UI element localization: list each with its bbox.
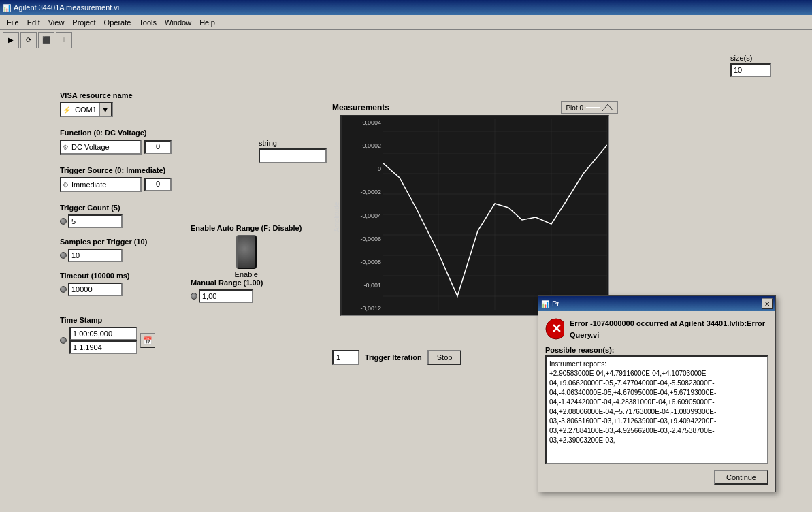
string-label: string [259, 139, 327, 147]
menu-operate[interactable]: Operate [100, 17, 135, 28]
main-content: size(s) 10 VISA resource name ⚡ COM1 ▼ F… [0, 50, 812, 512]
y-label-5: -0,0004 [342, 212, 381, 219]
timeout-group: Timeout (10000 ms) [60, 272, 130, 296]
size-input[interactable]: 10 [730, 63, 771, 77]
trigger-source-label: Trigger Source (0: Immediate) [60, 166, 172, 174]
title-bar-icon: 📊 [3, 4, 11, 12]
possible-reasons-label: Possible reason(s): [545, 346, 768, 354]
error-title-text: Error -1074000000 occurred at Agilent 34… [570, 318, 768, 340]
y-label-9: -0,0012 [342, 305, 381, 312]
trigger-count-label: Trigger Count (5) [60, 204, 123, 212]
toggle-label: Enable [235, 270, 258, 278]
possible-reasons-text: Instrument reports: +2.90583000E-04,+4.7… [545, 355, 768, 464]
trigger-count-input[interactable] [68, 214, 123, 228]
visa-resource-label: VISA resource name [60, 91, 133, 99]
continue-button[interactable]: Continue [714, 470, 768, 485]
function-dropdown-value: DC Voltage [70, 143, 111, 151]
reasons-content: Instrument reports: +2.90583000E-04,+4.7… [549, 360, 716, 444]
auto-range-label: Enable Auto Range (F: Disable) [191, 224, 302, 232]
pause-button[interactable]: ⏸ [56, 32, 72, 48]
y-label-1: 0,0004 [342, 119, 381, 126]
menu-help[interactable]: Help [195, 17, 219, 28]
function-label: Function (0: DC Voltage) [60, 129, 172, 137]
timestamp-label: Time Stamp [60, 316, 155, 324]
title-bar: 📊 Agilent 34401A measurement.vi [0, 0, 812, 15]
plot-legend-icon [602, 103, 613, 112]
svg-text:✕: ✕ [551, 322, 562, 336]
y-label-6: -0,0006 [342, 236, 381, 242]
menu-project[interactable]: Project [68, 17, 99, 28]
run-button[interactable]: ▶ [3, 32, 19, 48]
menu-tools[interactable]: Tools [135, 17, 161, 28]
function-group: Function (0: DC Voltage) ⚙ DC Voltage 0 [60, 129, 172, 155]
plot-label: Plot 0 [566, 104, 583, 112]
trigger-count-group: Trigger Count (5) [60, 204, 123, 228]
visa-resource-group: VISA resource name ⚡ COM1 ▼ [60, 91, 133, 117]
dialog-title-content: 📊 Pr [541, 300, 559, 308]
y-label-4: -0,0002 [342, 189, 381, 195]
auto-range-group: Enable Auto Range (F: Disable) Enable [191, 224, 302, 278]
timeout-knob [60, 286, 67, 293]
y-label-7: -0,0008 [342, 259, 381, 266]
chart-svg [383, 119, 607, 310]
dialog-icon: 📊 [541, 300, 549, 308]
dialog-title-label: Pr [552, 300, 559, 308]
trigger-source-indicator: 0 [144, 178, 172, 191]
error-dialog: 📊 Pr ✕ ✕ Error -1074000000 occurred at A… [538, 295, 776, 492]
title-bar-title: Agilent 34401A measurement.vi [14, 3, 119, 12]
y-label-2: 0,0002 [342, 142, 381, 149]
y-axis-labels: 0,0004 0,0002 0 -0,0002 -0,0004 -0,0006 … [342, 116, 383, 315]
samples-knob [60, 252, 67, 259]
trigger-iteration-row: 1 Trigger Iteration Stop [332, 350, 461, 365]
measurements-title: Measurements [332, 103, 389, 112]
trigger-source-value: Immediate [70, 180, 108, 189]
visa-dropdown-btn[interactable]: ▼ [99, 103, 112, 116]
samples-per-trigger-label: Samples per Trigger (10) [60, 238, 147, 246]
visa-dropdown-wrapper: ⚡ COM1 ▼ [60, 102, 133, 117]
menu-view[interactable]: View [44, 17, 69, 28]
visa-value: COM1 [72, 106, 99, 114]
trigger-iteration-label: Trigger Iteration [365, 353, 422, 362]
timestamp-date[interactable] [69, 340, 137, 354]
timestamp-knob [60, 337, 67, 344]
dialog-footer: Continue [545, 470, 768, 485]
chart-area: 0,0004 0,0002 0 -0,0002 -0,0004 -0,0006 … [340, 115, 618, 325]
calendar-icon[interactable]: 📅 [140, 333, 155, 348]
trigger-source-group: Trigger Source (0: Immediate) ⚙ Immediat… [60, 166, 172, 192]
stop-button[interactable]: Stop [427, 350, 462, 365]
menu-edit[interactable]: Edit [23, 17, 44, 28]
string-input[interactable] [259, 148, 327, 163]
timestamp-group: Time Stamp 📅 [60, 316, 155, 354]
plot-toolbar: Measurements Plot 0 [332, 101, 618, 114]
timestamp-time[interactable] [69, 327, 137, 340]
menu-file[interactable]: File [3, 17, 23, 28]
trigger-count-knob [60, 218, 67, 225]
size-label: size(s) [730, 54, 771, 62]
function-indicator: 0 [144, 140, 172, 154]
plot-legend-line [586, 107, 600, 108]
dialog-body: ✕ Error -1074000000 occurred at Agilent … [538, 311, 775, 492]
error-header: ✕ Error -1074000000 occurred at Agilent … [545, 318, 768, 340]
size-control-group: size(s) 10 [730, 54, 771, 77]
y-label-3: 0 [342, 165, 381, 172]
chart-wrapper: Amplitude 0,0004 0,0002 0 -0,0002 -0,000… [332, 115, 618, 325]
toggle-switch[interactable] [236, 235, 257, 269]
menu-window[interactable]: Window [161, 17, 195, 28]
menu-bar: File Edit View Project Operate Tools Win… [0, 15, 812, 30]
manual-range-knob [191, 293, 197, 300]
y-label-8: -0,001 [342, 282, 381, 289]
dialog-close-button[interactable]: ✕ [762, 298, 773, 309]
samples-input[interactable] [68, 249, 123, 262]
manual-range-group: Manual Range (1.00) [191, 278, 263, 303]
error-circle-icon: ✕ [545, 318, 564, 340]
plot-legend: Plot 0 [561, 101, 618, 114]
run-continuously-button[interactable]: ⟳ [20, 32, 37, 48]
trigger-iteration-value: 1 [332, 350, 359, 365]
timeout-input[interactable] [68, 283, 123, 296]
y-axis-title: Amplitude [332, 115, 340, 319]
manual-range-label: Manual Range (1.00) [191, 278, 263, 287]
abort-button[interactable]: ⬛ [38, 32, 54, 48]
chart: 0,0004 0,0002 0 -0,0002 -0,0004 -0,0006 … [340, 115, 609, 316]
samples-per-trigger-group: Samples per Trigger (10) [60, 238, 147, 262]
manual-range-input[interactable] [199, 289, 253, 303]
